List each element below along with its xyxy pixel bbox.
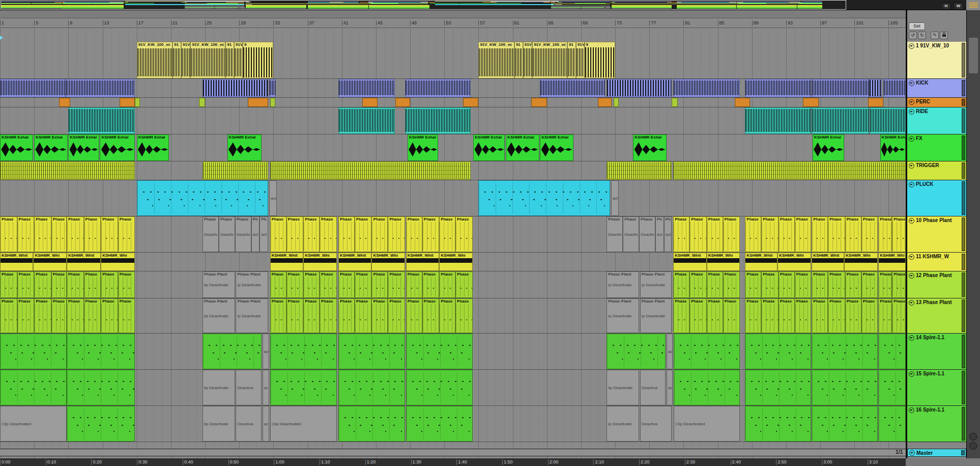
clip-13-phase-plant[interactable]: Phase	[371, 298, 388, 333]
clip-10-phase-plant[interactable]: PhaseDeactiv	[623, 216, 639, 252]
clip-13-phase-plant[interactable]: Phase	[422, 298, 440, 333]
clip-10-phase-plant[interactable]: Phase	[51, 216, 67, 252]
fold-icon[interactable]	[909, 218, 914, 224]
track-header-10-phase-plant[interactable]: 10 Phase Plant	[907, 216, 966, 253]
clip-13-phase-plant[interactable]: Phase	[84, 298, 101, 333]
clip-14-spire-1-1[interactable]	[812, 334, 877, 369]
track-header-14-spire-1-1[interactable]: 14 Spire-1.1	[907, 334, 966, 370]
clip-kick[interactable]	[869, 79, 882, 97]
clip-kick[interactable]	[673, 79, 740, 97]
clip-10-phase-plant[interactable]: Phase	[84, 216, 101, 252]
clip-pluck[interactable]	[137, 180, 269, 216]
clip-10-phase-plant[interactable]: Phact	[655, 216, 664, 252]
clip-trigger[interactable]	[203, 161, 268, 180]
clip-12-phase-plant[interactable]: Phase	[270, 271, 286, 298]
clip-13-phase-plant[interactable]: Phase	[303, 298, 320, 333]
clip-13-phase-plant[interactable]: Phase Plantlip Deactivate	[203, 298, 235, 333]
fold-icon[interactable]	[909, 80, 914, 86]
punch-in-button[interactable]: ↺	[909, 32, 917, 39]
clip-12-phase-plant[interactable]: Phase	[795, 271, 811, 298]
clip-1-91v-kw-10[interactable]: 91V	[234, 42, 243, 78]
fold-icon[interactable]	[909, 371, 914, 377]
clip-15-spire-1-1[interactable]: lip Deactivate	[203, 370, 235, 405]
track-header-ride[interactable]: RIDE	[907, 107, 966, 134]
clip-13-phase-plant[interactable]: Phase	[320, 298, 337, 333]
clip-12-phase-plant[interactable]: Phase	[51, 271, 67, 298]
clip-15-spire-1-1[interactable]	[67, 370, 135, 405]
clip-10-phase-plant[interactable]: Phase	[439, 216, 455, 252]
clip-16-spire-1-1[interactable]: ip Deactivate	[607, 406, 639, 442]
w-button[interactable]: W	[954, 3, 963, 10]
clip-11-kshmr-w[interactable]: KSHMR_Whit	[745, 253, 777, 271]
clip-fx[interactable]: KSHMR Exhal	[408, 134, 438, 161]
clip-kick[interactable]	[540, 79, 605, 97]
clip-16-spire-1-1[interactable]	[878, 406, 906, 442]
clip-16-spire-1-1[interactable]: Deactiva	[640, 406, 672, 442]
circle-button-1[interactable]	[969, 433, 977, 441]
clip-14-spire-1-1[interactable]	[745, 334, 811, 369]
clip-15-spire-1-1[interactable]: Deactiva	[640, 370, 666, 405]
clip-13-phase-plant[interactable]: Phase	[34, 298, 51, 333]
clip-13-phase-plant[interactable]: Phase	[673, 298, 689, 333]
clip-12-phase-plant[interactable]: Phase	[371, 271, 388, 298]
punch-out-button[interactable]: ↻	[918, 32, 926, 39]
clip-13-phase-plant[interactable]: Phase	[439, 298, 455, 333]
track-header-fx[interactable]: FX	[907, 134, 966, 161]
circle-button-2[interactable]	[969, 442, 977, 450]
clip-12-phase-plant[interactable]: Phase	[828, 271, 845, 298]
clip-perc[interactable]	[248, 98, 268, 107]
draw-mode-button[interactable]: ✎	[931, 32, 939, 39]
clip-10-phase-plant[interactable]: Phase	[845, 216, 861, 252]
clip-kick[interactable]	[883, 79, 906, 97]
clip-10-phase-plant[interactable]: Phase	[861, 216, 878, 252]
clip-12-phase-plant[interactable]: Phase	[34, 271, 51, 298]
clip-13-phase-plant[interactable]: Phase Plantip Deactivate	[607, 298, 639, 333]
clip-12-phase-plant[interactable]: Phase	[0, 271, 17, 298]
clip-13-phase-plant[interactable]: Phase	[388, 298, 405, 333]
clip-13-phase-plant[interactable]: Phase	[286, 298, 304, 333]
clip-13-phase-plant[interactable]: Phase	[723, 298, 740, 333]
arrangement-overview[interactable]	[0, 0, 966, 10]
overview-viewport[interactable]	[1, 0, 846, 10]
lock-envelopes-button[interactable]	[940, 32, 948, 39]
clip-12-phase-plant[interactable]: Phase	[673, 271, 689, 298]
clip-ride[interactable]	[870, 107, 906, 134]
track-header-master[interactable]: Master	[907, 449, 966, 457]
clip-11-kshmr-w[interactable]: KSHMR_Whi	[878, 253, 906, 271]
clip-1-91v-kw-10[interactable]: 91	[567, 42, 576, 78]
clip-12-phase-plant[interactable]: Phase	[303, 271, 320, 298]
clip-14-spire-1-1[interactable]	[203, 334, 262, 369]
clip-perc[interactable]	[135, 98, 140, 107]
clip-1-91v-kw-10[interactable]: 91	[172, 42, 181, 78]
clip-13-phase-plant[interactable]: Phase	[67, 298, 84, 333]
clip-1-91v-kw-10[interactable]: 91V_KW_100_vc	[137, 42, 173, 78]
fold-icon[interactable]	[909, 136, 914, 142]
clip-12-phase-plant[interactable]: Phase	[286, 271, 304, 298]
clip-15-spire-1-1[interactable]	[338, 370, 405, 405]
clip-1-91v-kw-10[interactable]: 9	[243, 42, 273, 78]
clip-15-spire-1-1[interactable]: ac	[667, 370, 673, 405]
clip-13-phase-plant[interactable]: Phase	[270, 298, 286, 333]
clip-12-phase-plant[interactable]: Phase	[707, 271, 723, 298]
track-header-16-spire-1-1[interactable]: 16 Spire-1.1	[907, 406, 966, 442]
clip-12-phase-plant[interactable]: Phase	[17, 271, 35, 298]
clip-ride[interactable]	[812, 107, 869, 134]
clip-10-phase-plant[interactable]: Phase	[745, 216, 761, 252]
clip-13-phase-plant[interactable]: Phase	[861, 298, 878, 333]
clip-11-kshmr-w[interactable]: KSHMR_Whi	[33, 253, 66, 271]
clip-10-phase-plant[interactable]: PhaseDeactiv	[639, 216, 655, 252]
clip-10-phase-plant[interactable]: Phact	[664, 216, 672, 252]
clip-11-kshmr-w[interactable]: KSHMR_Whit	[67, 253, 101, 271]
clip-10-phase-plant[interactable]: Phase	[761, 216, 779, 252]
clip-12-phase-plant[interactable]: Phase	[406, 271, 422, 298]
clip-12-phase-plant[interactable]: Phase	[84, 271, 101, 298]
clip-12-phase-plant[interactable]: Phase	[779, 271, 795, 298]
clip-11-kshmr-w[interactable]: KSHMR_Whit	[0, 253, 33, 271]
clip-perc[interactable]	[868, 98, 883, 107]
clip-11-kshmr-w[interactable]: KSHMR_Whi	[303, 253, 336, 271]
clip-15-spire-1-1[interactable]: ac	[263, 370, 269, 405]
clip-11-kshmr-w[interactable]: KSHMR_Whi	[439, 253, 472, 271]
clip-13-phase-plant[interactable]: Phase	[406, 298, 422, 333]
clip-10-phase-plant[interactable]: Phase	[118, 216, 135, 252]
clip-13-phase-plant[interactable]: Phase	[689, 298, 707, 333]
